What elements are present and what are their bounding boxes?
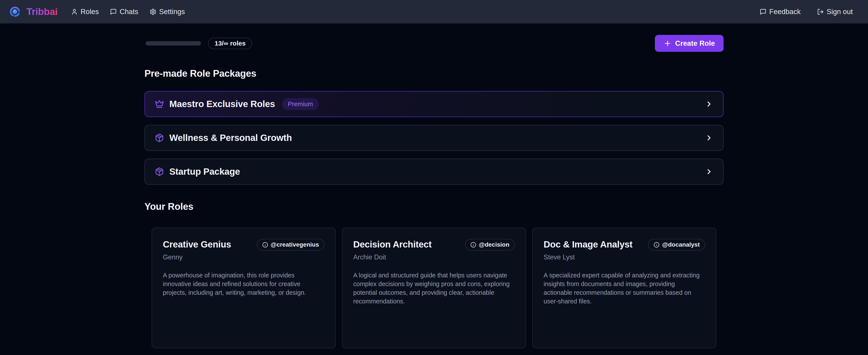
roles-count-label: 13/∞ roles [215, 40, 246, 47]
main-content: 13/∞ roles Create Role Pre-made Role Pac… [145, 35, 723, 355]
package-title: Wellness & Personal Growth [169, 132, 292, 143]
chevron-right-icon [705, 134, 713, 142]
role-subtitle: Archie Doit [353, 254, 432, 261]
package-row-startup[interactable]: Startup Package [145, 159, 723, 185]
package-icon [155, 133, 164, 142]
info-icon [470, 242, 476, 248]
role-title: Doc & Image Analyst [544, 239, 632, 250]
logout-icon [817, 8, 824, 15]
card-title-block: Creative Genius Genny [163, 239, 231, 261]
role-subtitle: Genny [163, 254, 231, 261]
create-role-label: Create Role [675, 39, 715, 48]
plus-icon [663, 39, 672, 48]
premium-badge: Premium [282, 98, 319, 110]
nav-item-chats[interactable]: Chats [110, 7, 138, 16]
roles-toolbar: 13/∞ roles Create Role [145, 35, 723, 52]
nav-item-label: Chats [120, 7, 138, 16]
role-title: Creative Genius [163, 239, 231, 250]
chevron-right-icon [705, 100, 713, 108]
role-handle: @creativegenius [271, 241, 319, 248]
role-title: Decision Architect [353, 239, 432, 250]
role-description: A powerhouse of imagination, this role p… [163, 271, 323, 297]
role-handle-badge[interactable]: @creativegenius [257, 239, 324, 250]
role-description: A logical and structured guide that help… [353, 271, 514, 305]
feedback-label: Feedback [769, 7, 801, 16]
roles-count-badge: 13/∞ roles [208, 38, 252, 49]
card-header: Decision Architect Archie Doit @decision [353, 239, 515, 261]
brand[interactable]: Tribbai [9, 6, 58, 18]
nav-item-settings[interactable]: Settings [150, 7, 185, 16]
crown-icon [155, 99, 164, 109]
chat-bubble-icon [110, 8, 117, 15]
role-handle: @decision [479, 241, 509, 248]
package-title: Startup Package [169, 167, 240, 177]
gear-icon [150, 8, 156, 15]
user-icon [71, 8, 78, 15]
card-title-block: Decision Architect Archie Doit [353, 239, 432, 261]
roles-progress-bar [146, 41, 201, 46]
card-header: Doc & Image Analyst Steve Lyst @docanaly… [544, 239, 705, 261]
signout-button[interactable]: Sign out [817, 7, 853, 16]
chat-bubble-icon [760, 8, 767, 15]
brand-wordmark: Tribbai [26, 6, 58, 17]
card-title-block: Doc & Image Analyst Steve Lyst [544, 239, 632, 261]
chevron-right-icon [705, 168, 713, 176]
nav-item-label: Roles [81, 7, 99, 16]
nav-right: Feedback Sign out [760, 7, 853, 16]
role-card-doc-image-analyst[interactable]: Doc & Image Analyst Steve Lyst @docanaly… [532, 228, 716, 348]
primary-nav: Roles Chats Settings [71, 7, 185, 16]
package-row-maestro[interactable]: Maestro Exclusive Roles Premium [145, 91, 723, 117]
tribbai-logo-icon [9, 6, 21, 18]
role-handle: @docanalyst [662, 241, 700, 248]
card-header: Creative Genius Genny @creativegenius [163, 239, 324, 261]
nav-item-label: Settings [159, 7, 185, 16]
role-card-decision-architect[interactable]: Decision Architect Archie Doit @decision… [342, 228, 526, 348]
role-subtitle: Steve Lyst [544, 254, 632, 261]
create-role-button[interactable]: Create Role [655, 35, 723, 52]
top-nav: Tribbai Roles Chats Settings [0, 0, 868, 23]
signout-label: Sign out [827, 7, 853, 16]
package-list: Maestro Exclusive Roles Premium Wellness… [145, 91, 723, 185]
package-icon [155, 167, 164, 176]
role-handle-badge[interactable]: @docanalyst [648, 239, 705, 250]
role-card-creative-genius[interactable]: Creative Genius Genny @creativegenius A … [152, 228, 336, 348]
package-row-wellness[interactable]: Wellness & Personal Growth [145, 125, 723, 151]
info-icon [654, 242, 659, 248]
info-icon [262, 242, 268, 248]
premade-packages-heading: Pre-made Role Packages [145, 68, 723, 79]
package-title: Maestro Exclusive Roles [169, 99, 275, 109]
role-description: A specialized expert capable of analyzin… [544, 271, 704, 305]
role-cards-grid: Creative Genius Genny @creativegenius A … [145, 228, 723, 348]
your-roles-heading: Your Roles [145, 201, 723, 212]
role-handle-badge[interactable]: @decision [465, 239, 515, 250]
feedback-button[interactable]: Feedback [760, 7, 801, 16]
nav-item-roles[interactable]: Roles [71, 7, 99, 16]
